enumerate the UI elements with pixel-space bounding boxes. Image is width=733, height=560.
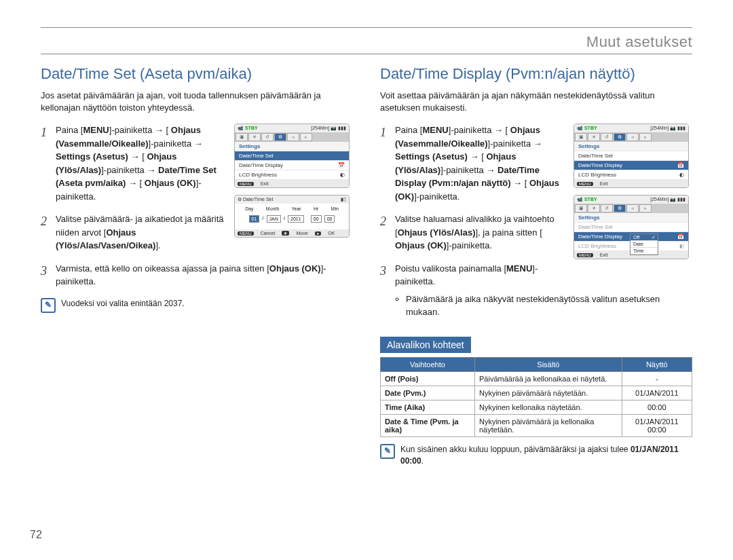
sub-banner: Alavalikon kohteet bbox=[380, 337, 471, 353]
intro-right: Voit asettaa päivämäärän ja ajan näkymää… bbox=[380, 90, 692, 114]
table-row: Off (Pois) Päivämäärää ja kellonaikaa ei… bbox=[381, 371, 692, 386]
heading-date-time-set: Date/Time Set (Aseta pvm/aika) bbox=[41, 65, 353, 83]
heading-date-time-display: Date/Time Display (Pvm:n/ajan näyttö) bbox=[380, 65, 692, 83]
info-icon: ✎ bbox=[380, 444, 395, 459]
table-row: Time (Aika) Nykyinen kellonaika näytetää… bbox=[381, 400, 692, 414]
popup-options: Off Date Time bbox=[630, 234, 658, 255]
th-option: Vaihtoehto bbox=[381, 357, 475, 371]
left-step-3: Varmista, että kello on oikeassa ajassa … bbox=[41, 262, 353, 288]
right-step-3-bullet: Päivämäärä ja aika näkyvät nestekidenäyt… bbox=[406, 293, 692, 319]
left-step-1: Paina [MENU]-painiketta → [ Ohjaus (Vase… bbox=[41, 124, 353, 203]
table-row: Date & Time (Pvm. ja aika) Nykyinen päiv… bbox=[381, 414, 692, 436]
table-row: Date (Pvm.) Nykyinen päivämäärä näytetää… bbox=[381, 386, 692, 400]
intro-left: Jos asetat päivämäärän ja ajan, voit tuo… bbox=[41, 90, 353, 114]
page-number: 72 bbox=[30, 529, 42, 541]
th-display: Näyttö bbox=[622, 357, 692, 371]
col-date-time-set: Date/Time Set (Aseta pvm/aika) Jos aseta… bbox=[41, 60, 353, 466]
right-step-1: Paina [MENU]-painiketta → [ Ohjaus (Vase… bbox=[380, 124, 692, 203]
note-right: ✎ Kun sisäinen akku kuluu loppuun, päivä… bbox=[380, 444, 692, 467]
info-icon: ✎ bbox=[41, 298, 56, 313]
note-left: ✎ Vuodeksi voi valita enintään 2037. bbox=[41, 298, 353, 313]
left-step-2: Valitse päivämäärä- ja aikatiedot ja mää… bbox=[41, 212, 353, 253]
page-header: Muut asetukset bbox=[41, 33, 692, 51]
right-step-3: Poistu valikosta painamalla [MENU]-paini… bbox=[380, 262, 692, 319]
col-date-time-display: Date/Time Display (Pvm:n/ajan näyttö) Vo… bbox=[380, 60, 692, 466]
th-content: Sisältö bbox=[474, 357, 622, 371]
options-table: Vaihtoehto Sisältö Näyttö Off (Pois) Päi… bbox=[380, 357, 692, 437]
